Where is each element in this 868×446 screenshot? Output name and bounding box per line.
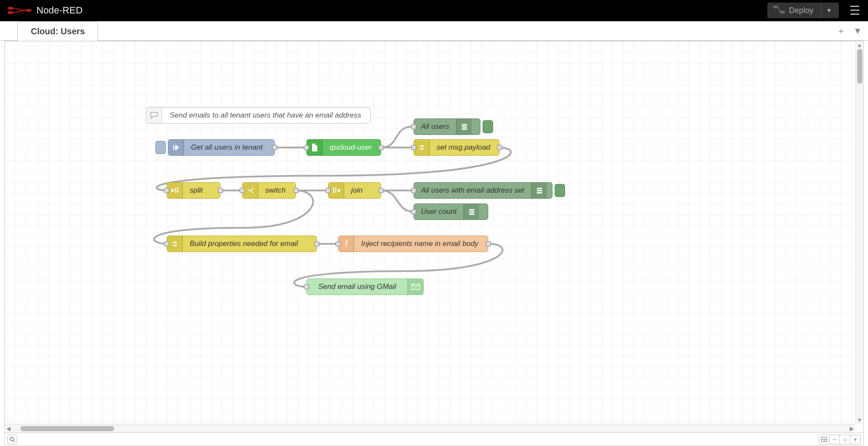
svg-rect-20 xyxy=(335,191,336,193)
input-port[interactable] xyxy=(240,188,245,193)
scrollbar-thumb[interactable] xyxy=(20,426,114,431)
svg-rect-15 xyxy=(333,188,334,189)
svg-rect-14 xyxy=(177,191,178,193)
tab-label: Cloud: Users xyxy=(31,26,85,36)
add-tab-button[interactable]: ＋ xyxy=(837,25,845,37)
debug-toggle-button[interactable] xyxy=(555,184,565,197)
horizontal-scrollbar[interactable]: ◀ ▶ xyxy=(5,424,855,433)
debug-toggle-button[interactable] xyxy=(483,120,493,133)
app-logo: Node-RED xyxy=(8,5,82,16)
svg-rect-11 xyxy=(175,191,176,193)
input-port[interactable] xyxy=(411,188,416,193)
svg-rect-10 xyxy=(175,190,176,191)
output-port[interactable] xyxy=(378,145,384,150)
svg-rect-4 xyxy=(780,11,785,13)
navigator-button[interactable] xyxy=(819,435,829,444)
node-function-inject-name[interactable]: f Inject recipients name in email body xyxy=(338,236,488,252)
node-label: Send email using GMail xyxy=(307,282,408,291)
menu-button[interactable]: ☰ xyxy=(849,3,860,18)
output-port[interactable] xyxy=(314,241,319,246)
output-port[interactable] xyxy=(497,145,502,150)
debug-icon xyxy=(456,119,472,134)
zoom-in-button[interactable]: + xyxy=(850,435,861,444)
node-email[interactable]: Send email using GMail xyxy=(306,279,424,295)
node-label: Get all users in tenant xyxy=(184,143,270,152)
debug-icon xyxy=(464,204,479,220)
svg-rect-16 xyxy=(333,190,334,191)
tab-menu-caret-icon[interactable]: ▼ xyxy=(853,26,862,36)
function-icon: f xyxy=(339,236,354,252)
svg-rect-2 xyxy=(26,9,31,12)
input-port[interactable] xyxy=(304,284,309,289)
node-comment[interactable]: Send emails to all tenant users that hav… xyxy=(146,107,371,124)
node-qscloud-user[interactable]: qscloud-user xyxy=(306,139,381,156)
tab-cloud-users[interactable]: Cloud: Users xyxy=(17,22,98,41)
svg-rect-13 xyxy=(177,190,178,191)
output-port[interactable] xyxy=(272,145,277,150)
deploy-label: Deploy xyxy=(789,6,813,15)
footer-bar: − ○ + xyxy=(4,433,864,446)
input-port[interactable] xyxy=(164,241,169,246)
input-port[interactable] xyxy=(304,145,309,150)
node-debug-all-email[interactable]: All users with email address set xyxy=(414,182,552,199)
flow-canvas[interactable]: Send emails to all tenant users that hav… xyxy=(5,41,855,424)
change-icon xyxy=(414,140,430,155)
file-icon xyxy=(307,140,322,155)
comment-icon xyxy=(146,108,162,123)
node-change-build-props[interactable]: Build properties needed for email xyxy=(167,236,317,252)
search-button[interactable] xyxy=(7,435,17,444)
change-icon xyxy=(167,236,183,252)
scroll-left-icon[interactable]: ◀ xyxy=(7,426,10,432)
node-label: User count xyxy=(414,207,464,216)
svg-rect-26 xyxy=(469,211,474,213)
svg-point-29 xyxy=(10,437,13,441)
node-join[interactable]: join xyxy=(328,182,381,199)
input-port[interactable] xyxy=(411,209,416,214)
scroll-up-icon[interactable]: ▲ xyxy=(857,42,862,48)
deploy-button[interactable]: Deploy ▼ xyxy=(767,3,839,18)
node-label: Send emails to all tenant users that hav… xyxy=(162,111,369,120)
output-port[interactable] xyxy=(486,241,491,246)
svg-rect-21 xyxy=(338,189,340,192)
switch-icon xyxy=(243,183,258,198)
node-inject[interactable]: Get all users in tenant xyxy=(168,139,275,156)
input-port[interactable] xyxy=(411,124,416,129)
node-label: qscloud-user xyxy=(322,143,378,152)
input-port[interactable] xyxy=(411,145,416,150)
inject-trigger-button[interactable] xyxy=(155,141,166,154)
node-label: All users with email address set xyxy=(414,186,531,195)
scrollbar-thumb[interactable] xyxy=(857,49,862,84)
svg-rect-5 xyxy=(462,124,467,125)
output-port[interactable] xyxy=(218,188,223,193)
scroll-right-icon[interactable]: ▶ xyxy=(850,426,854,432)
node-switch[interactable]: switch xyxy=(242,182,296,199)
node-change-set-payload[interactable]: set msg.payload xyxy=(414,139,500,156)
svg-rect-19 xyxy=(335,190,336,191)
output-port[interactable] xyxy=(378,188,384,193)
inject-icon xyxy=(168,140,184,155)
input-port[interactable] xyxy=(326,188,331,193)
svg-line-30 xyxy=(13,440,15,442)
scroll-down-icon[interactable]: ▼ xyxy=(857,417,862,423)
svg-rect-27 xyxy=(469,213,474,215)
svg-rect-22 xyxy=(537,188,542,189)
node-label: All users xyxy=(414,122,456,131)
input-port[interactable] xyxy=(335,241,341,246)
vertical-scrollbar[interactable]: ▲ ▼ xyxy=(855,41,863,424)
svg-rect-7 xyxy=(462,128,467,130)
output-port[interactable] xyxy=(293,188,299,193)
zoom-out-button[interactable]: − xyxy=(829,435,840,444)
workspace: Send emails to all tenant users that hav… xyxy=(4,41,864,433)
node-debug-user-count[interactable]: User count xyxy=(414,203,488,220)
input-port[interactable] xyxy=(164,188,169,193)
node-debug-all-users[interactable]: All users xyxy=(414,118,480,135)
deploy-caret-icon[interactable]: ▼ xyxy=(821,3,836,18)
node-label: split xyxy=(183,186,210,195)
app-header: Node-RED Deploy ▼ ☰ xyxy=(0,0,868,21)
node-split[interactable]: split xyxy=(167,182,220,199)
zoom-controls: − ○ + xyxy=(819,435,861,444)
svg-rect-9 xyxy=(175,188,176,189)
zoom-reset-button[interactable]: ○ xyxy=(840,435,850,444)
svg-rect-1 xyxy=(8,11,13,14)
svg-rect-6 xyxy=(462,126,467,128)
